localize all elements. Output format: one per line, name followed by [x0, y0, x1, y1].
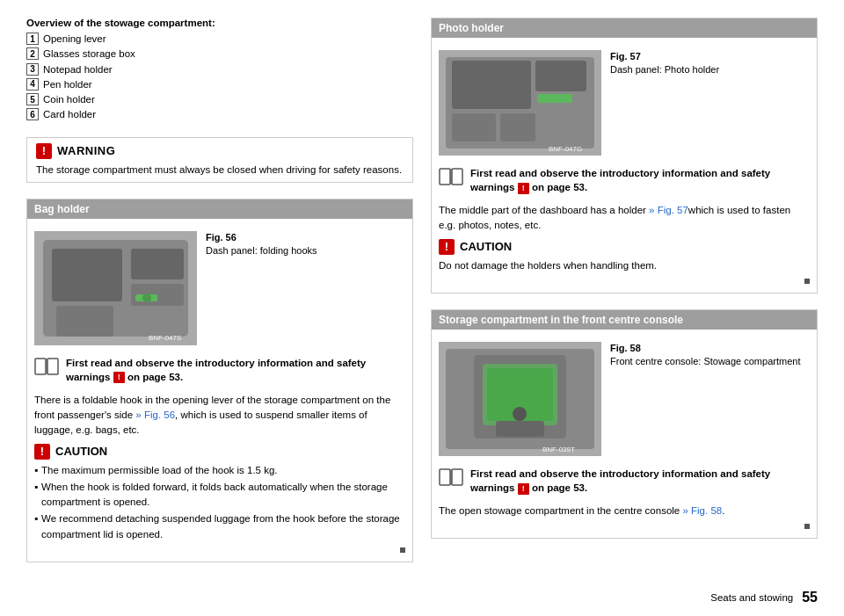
svg-point-27: [513, 407, 527, 421]
overview-section: Overview of the stowage compartment: 1 O…: [26, 18, 413, 123]
photo-holder-caution: ! CAUTION Do not damage the holders when…: [439, 239, 810, 273]
storage-svg: BNF-039T: [439, 342, 601, 456]
storage-section: Storage compartment in the front centre …: [431, 309, 818, 539]
photo-holder-read-text: First read and observe the introductory …: [470, 166, 810, 194]
warning-header: ! WARNING: [36, 143, 404, 159]
book-icon-3: [439, 467, 463, 487]
book-icon: [34, 357, 59, 376]
overview-item-5: 5 Coin holder: [26, 92, 413, 107]
bullet-dot-3: ▪: [34, 511, 38, 542]
bag-holder-caution: ! CAUTION ▪ The maximum permissible load…: [34, 444, 405, 542]
caution-icon-1: !: [34, 444, 50, 460]
svg-rect-26: [496, 421, 544, 437]
svg-rect-15: [452, 113, 496, 141]
caution-bullet-3: ▪ We recommend detaching suspended lugga…: [34, 511, 405, 542]
bag-holder-content: BNF-047S Fig. 56 Dash panel: folding hoo…: [27, 224, 412, 562]
bullet-dot-1: ▪: [34, 463, 38, 478]
svg-rect-17: [537, 94, 572, 103]
svg-rect-3: [131, 249, 184, 279]
svg-rect-16: [500, 113, 535, 141]
inline-warning-icon-2: !: [518, 183, 529, 194]
storage-read-text: First read and observe the introductory …: [470, 467, 810, 495]
page-number: 55: [802, 590, 818, 605]
bag-holder-caption: Fig. 56 Dash panel: folding hooks: [206, 231, 317, 258]
storage-header: Storage compartment in the front centre …: [432, 310, 817, 330]
svg-rect-19: [452, 169, 462, 185]
fig56-link[interactable]: » Fig. 56: [135, 409, 175, 420]
overview-item-1: 1 Opening lever: [26, 32, 413, 47]
warning-box: ! WARNING The storage compartment must a…: [26, 137, 413, 183]
photo-holder-header: Photo holder: [432, 18, 817, 38]
storage-image: BNF-039T: [439, 342, 601, 456]
bag-holder-read-observe: First read and observe the introductory …: [34, 352, 405, 388]
footer-section-label: Seats and stowing: [710, 592, 793, 603]
bullet-dot-2: ▪: [34, 480, 38, 511]
left-column: Overview of the stowage compartment: 1 O…: [26, 18, 413, 598]
photo-holder-caption: Fig. 57 Dash panel: Photo holder: [610, 50, 719, 77]
caution-header-row-1: ! CAUTION: [34, 444, 405, 460]
overview-item-2: 2 Glasses storage box: [26, 47, 413, 62]
photo-holder-read-observe: First read and observe the introductory …: [439, 163, 810, 198]
fig58-link[interactable]: » Fig. 58: [682, 505, 722, 516]
bag-holder-svg: BNF-047S: [34, 231, 197, 345]
svg-rect-13: [452, 61, 531, 109]
bag-holder-header: Bag holder: [27, 199, 412, 219]
separator-dot-photo: [804, 279, 810, 284]
overview-item-6: 6 Card holder: [26, 107, 413, 122]
svg-rect-28: [440, 469, 450, 485]
overview-title: Overview of the stowage compartment:: [26, 18, 413, 28]
warning-title: WARNING: [57, 144, 115, 157]
badge-2: 2: [26, 47, 39, 60]
badge-3: 3: [26, 63, 39, 76]
warning-icon: !: [36, 143, 52, 159]
caution-bullets: ▪ The maximum permissible load of the ho…: [34, 463, 405, 542]
book-icon-2: [439, 167, 463, 186]
badge-6: 6: [26, 108, 39, 120]
storage-figure-ref: BNF-039T: [542, 446, 575, 453]
right-column: Photo holder: [431, 18, 818, 598]
fig57-link[interactable]: » Fig. 57: [649, 205, 688, 215]
photo-holder-body-text: The middle part of the dashboard has a h…: [439, 203, 810, 234]
photo-holder-content: BNF-047G Fig. 57 Dash panel: Photo holde…: [432, 43, 817, 293]
page-footer: Seats and stowing 55: [710, 590, 818, 605]
photo-holder-svg: BNF-047G: [439, 50, 601, 156]
overview-item-3: 3 Notepad holder: [26, 62, 413, 77]
caution-header-row-2: ! CAUTION: [439, 239, 810, 255]
svg-rect-14: [535, 61, 586, 91]
bag-holder-section: Bag holder: [26, 199, 413, 562]
caution-bullet-1: ▪ The maximum permissible load of the ho…: [34, 463, 405, 478]
svg-rect-5: [56, 306, 113, 337]
svg-rect-9: [47, 359, 58, 374]
warning-text: The storage compartment must always be c…: [36, 163, 404, 177]
storage-body-text: The open stowage compartment in the cent…: [439, 504, 810, 518]
photo-holder-section: Photo holder: [431, 18, 818, 294]
caution-bullet-2: ▪ When the hook is folded forward, it fo…: [34, 480, 405, 511]
storage-figure-row: BNF-039T Fig. 58 Front centre console: S…: [439, 342, 810, 456]
bag-holder-image: BNF-047S: [34, 231, 197, 345]
photo-holder-image: BNF-047G: [439, 50, 601, 156]
bag-holder-figure-row: BNF-047S Fig. 56 Dash panel: folding hoo…: [34, 231, 405, 345]
overview-items: 1 Opening lever 2 Glasses storage box 3 …: [26, 32, 413, 123]
left-separator: [34, 547, 405, 553]
inline-warning-icon-1: !: [113, 372, 125, 383]
badge-5: 5: [26, 93, 39, 105]
bag-holder-body-text: There is a foldable hook in the opening …: [34, 393, 405, 438]
svg-point-7: [142, 294, 151, 302]
svg-rect-8: [35, 359, 46, 374]
storage-content: BNF-039T Fig. 58 Front centre console: S…: [432, 335, 817, 538]
badge-1: 1: [26, 33, 39, 45]
photo-caution-text: Do not damage the holders when handling …: [439, 258, 810, 273]
caution-icon-2: !: [439, 239, 455, 255]
photo-holder-figure-row: BNF-047G Fig. 57 Dash panel: Photo holde…: [439, 50, 810, 156]
storage-read-observe: First read and observe the introductory …: [439, 463, 810, 498]
caution-title-2: CAUTION: [460, 240, 512, 253]
overview-item-4: 4 Pen holder: [26, 77, 413, 92]
svg-rect-18: [440, 169, 450, 185]
storage-separator: [439, 524, 810, 529]
figure-ref-text: BNF-047S: [149, 334, 181, 342]
storage-caption: Fig. 58 Front centre console: Stowage co…: [610, 342, 800, 369]
badge-4: 4: [26, 78, 39, 91]
photo-figure-ref: BNF-047G: [549, 145, 582, 153]
bag-holder-read-text: First read and observe the introductory …: [66, 356, 405, 384]
separator-dot-storage: [804, 524, 810, 529]
